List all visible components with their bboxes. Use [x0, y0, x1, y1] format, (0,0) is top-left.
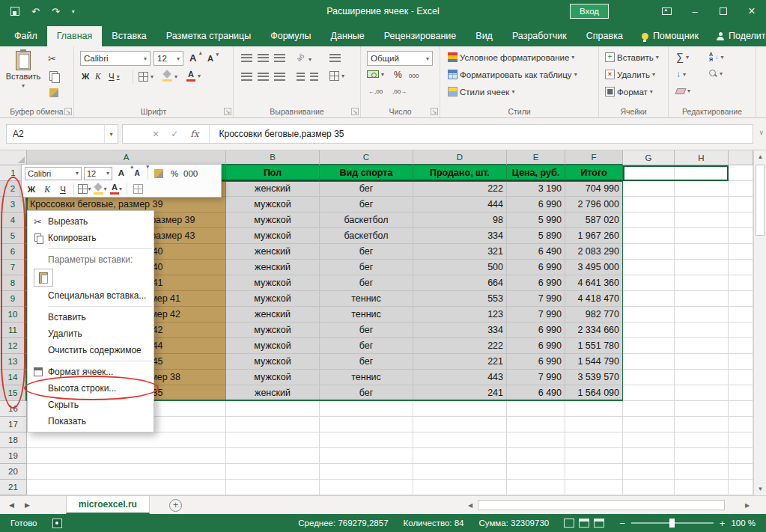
cell-F7[interactable]: 3 495 000 — [565, 260, 623, 275]
cell-G10[interactable] — [623, 307, 675, 322]
cell-D6[interactable]: 321 — [413, 244, 507, 260]
cell-B11[interactable]: мужской — [226, 322, 320, 338]
tab-справка[interactable]: Справка — [577, 26, 633, 46]
percent-style-button[interactable]: % — [394, 70, 402, 80]
cell-H9[interactable] — [675, 291, 729, 307]
cell-G5[interactable] — [623, 228, 675, 244]
mini-font-color-button[interactable]: А▾ — [109, 183, 123, 196]
column-header-D[interactable]: D — [413, 150, 507, 165]
cell-F2[interactable]: 704 990 — [565, 181, 623, 197]
cell-E6[interactable]: 6 490 — [507, 244, 565, 260]
cell-C4[interactable]: баскетбол — [320, 213, 413, 228]
cell-C3[interactable]: бег — [320, 197, 413, 213]
cell-E7[interactable]: 6 990 — [507, 260, 565, 275]
cell-C16[interactable] — [320, 401, 413, 417]
cell-I5[interactable] — [729, 228, 753, 244]
cell-B21[interactable] — [226, 480, 320, 495]
mini-font-family-combo[interactable]: Calibri▾ — [25, 167, 82, 180]
cell-H8[interactable] — [675, 275, 729, 291]
zoom-slider[interactable] — [631, 522, 714, 524]
tab-файл[interactable]: Файл — [4, 26, 47, 46]
cell-I9[interactable] — [729, 291, 753, 307]
align-top-icon[interactable] — [241, 54, 252, 62]
menu-item-скрыть[interactable]: Скрыть — [28, 397, 153, 413]
row-header-15[interactable]: 15 — [0, 385, 27, 401]
decrease-indent-icon[interactable] — [297, 73, 305, 81]
row-header-3[interactable]: 3 — [0, 197, 27, 213]
cell-G1[interactable] — [623, 165, 675, 181]
cell-B17[interactable] — [226, 417, 320, 432]
italic-button[interactable]: К — [95, 72, 101, 81]
cell-I4[interactable] — [729, 213, 753, 228]
cell-C20[interactable] — [320, 464, 413, 480]
cell-C2[interactable]: бег — [320, 181, 413, 197]
zoom-in-icon[interactable]: + — [720, 519, 726, 528]
cell-A18[interactable] — [27, 432, 226, 448]
cell-D9[interactable]: 553 — [413, 291, 507, 307]
cancel-icon[interactable]: × — [153, 128, 159, 140]
format-cells-button[interactable]: ▦ Формат▾ — [605, 87, 653, 97]
cell-C10[interactable]: теннис — [320, 307, 413, 322]
cell-H18[interactable] — [675, 432, 729, 448]
insert-function-icon[interactable]: fx — [190, 129, 198, 139]
mini-grow-font-icon[interactable]: А▴ — [115, 167, 128, 180]
cell-D21[interactable] — [413, 480, 507, 495]
paste-button[interactable]: Вставить ▾ — [6, 51, 40, 108]
delete-cells-button[interactable]: × Удалить▾ — [605, 70, 655, 79]
enter-icon[interactable]: ✓ — [171, 129, 178, 139]
orientation-dropdown-icon[interactable]: ▾ — [308, 56, 311, 63]
conditional-formatting-button[interactable]: Условное форматирование▾ — [448, 52, 574, 62]
cell-F6[interactable]: 2 083 290 — [565, 244, 623, 260]
hscroll-left-icon[interactable]: ◀ — [464, 498, 476, 512]
cell-B6[interactable]: женский — [226, 244, 320, 260]
cell-B3[interactable]: мужской — [226, 197, 320, 213]
cell-C17[interactable] — [320, 417, 413, 432]
tab-формулы[interactable]: Формулы — [261, 26, 320, 46]
save-icon[interactable] — [10, 7, 19, 16]
cell-E11[interactable]: 6 990 — [507, 322, 565, 338]
menu-item-высота-строки[interactable]: Высота строки... — [28, 380, 153, 397]
insert-cells-button[interactable]: + Вставить▾ — [605, 52, 659, 62]
row-header-20[interactable]: 20 — [0, 464, 27, 480]
cell-G7[interactable] — [623, 260, 675, 275]
cell-E5[interactable]: 5 890 — [507, 228, 565, 244]
cell-I19[interactable] — [729, 448, 753, 464]
menu-item-показать[interactable]: Показать — [28, 413, 153, 429]
tab-вставка[interactable]: Вставка — [102, 26, 156, 46]
row-header-18[interactable]: 18 — [0, 432, 27, 448]
comma-style-button[interactable]: 000 — [409, 73, 419, 79]
cell-I2[interactable] — [729, 181, 753, 197]
row-header-14[interactable]: 14 — [0, 370, 27, 385]
redo-icon[interactable]: ↷ — [52, 6, 60, 17]
cell-H21[interactable] — [675, 480, 729, 495]
bold-button[interactable]: Ж — [82, 72, 89, 81]
select-all-corner[interactable] — [0, 150, 27, 165]
cell-F21[interactable] — [565, 480, 623, 495]
cell-A20[interactable] — [27, 464, 226, 480]
row-header-19[interactable]: 19 — [0, 448, 27, 464]
cell-B19[interactable] — [226, 448, 320, 464]
font-dialog-launcher[interactable]: ↘ — [224, 108, 231, 115]
qat-customize-icon[interactable]: ▾ — [72, 8, 75, 15]
cell-E2[interactable]: 3 190 — [507, 181, 565, 197]
cell-I6[interactable] — [729, 244, 753, 260]
cell-B5[interactable]: мужской — [226, 228, 320, 244]
cell-G15[interactable] — [623, 385, 675, 401]
cell-F13[interactable]: 1 544 790 — [565, 354, 623, 370]
hscroll-thumb[interactable] — [478, 500, 725, 510]
cell-G3[interactable] — [623, 197, 675, 213]
cell-D3[interactable]: 444 — [413, 197, 507, 213]
cell-G2[interactable] — [623, 181, 675, 197]
tab-данные[interactable]: Данные — [321, 26, 374, 46]
cell-H4[interactable] — [675, 213, 729, 228]
cell-B18[interactable] — [226, 432, 320, 448]
row-header-8[interactable]: 8 — [0, 275, 27, 291]
cell-E13[interactable]: 6 990 — [507, 354, 565, 370]
cell-D1[interactable]: Продано, шт. — [413, 165, 507, 181]
cell-C1[interactable]: Вид спорта — [320, 165, 413, 181]
vscroll-up-icon[interactable]: ▲ — [754, 150, 766, 163]
cell-D7[interactable]: 500 — [413, 260, 507, 275]
cell-F14[interactable]: 3 539 570 — [565, 370, 623, 385]
align-middle-icon[interactable] — [258, 54, 269, 62]
sort-filter-button[interactable]: АЯ↓▾ — [709, 52, 724, 62]
